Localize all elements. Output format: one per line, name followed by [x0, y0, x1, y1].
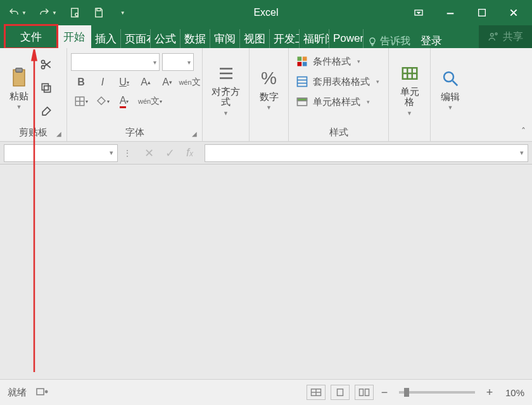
- redo-button[interactable]: ▼: [38, 6, 57, 19]
- zoom-level[interactable]: 10%: [505, 387, 524, 398]
- cells-button[interactable]: 单元格 ▼: [393, 52, 426, 125]
- ribbon-display-button[interactable]: [412, 6, 426, 20]
- save-button[interactable]: [92, 6, 105, 19]
- shrink-font-button[interactable]: A▾: [160, 75, 175, 90]
- font-launcher[interactable]: ◢: [192, 130, 197, 137]
- tab-home[interactable]: 开始: [57, 25, 91, 48]
- view-normal-button[interactable]: [307, 385, 326, 400]
- underline-button[interactable]: U▾: [117, 75, 132, 90]
- tab-file[interactable]: 文件: [5, 25, 57, 48]
- borders-button[interactable]: ▾: [73, 94, 89, 109]
- zoom-slider[interactable]: [399, 391, 475, 394]
- svg-point-13: [42, 65, 45, 68]
- macro-record-button[interactable]: [35, 387, 48, 399]
- phonetic-guide-button[interactable]: wén文▾: [138, 94, 162, 109]
- maximize-button[interactable]: [475, 6, 489, 20]
- number-label: 数字: [260, 92, 279, 103]
- share-button[interactable]: 共享: [479, 25, 532, 48]
- undo-button[interactable]: ▼: [8, 6, 27, 19]
- svg-rect-17: [42, 84, 48, 90]
- formula-input[interactable]: ▾: [205, 144, 528, 162]
- svg-rect-16: [44, 86, 51, 92]
- view-page-layout-button[interactable]: [331, 385, 350, 400]
- qat-customize-button[interactable]: ▼: [120, 10, 125, 16]
- phonetic-button[interactable]: wén文: [181, 75, 198, 90]
- macro-icon: [35, 387, 48, 397]
- paste-button[interactable]: 粘贴 ▼: [4, 52, 34, 124]
- collapse-ribbon-button[interactable]: ˄: [521, 126, 526, 136]
- tab-insert[interactable]: 插入: [91, 29, 121, 48]
- tell-me[interactable]: 告诉我: [364, 35, 414, 48]
- grow-font-button[interactable]: A▴: [138, 75, 153, 90]
- svg-rect-44: [337, 389, 343, 396]
- italic-button[interactable]: I: [95, 75, 110, 90]
- table-format-icon: [295, 75, 309, 89]
- insert-function-button[interactable]: fx: [186, 146, 193, 159]
- tab-view[interactable]: 视图: [240, 29, 270, 48]
- title-bar: ▼ ▼ ▼ Excel: [0, 0, 532, 25]
- clipboard-launcher[interactable]: ◢: [56, 130, 61, 137]
- svg-rect-32: [298, 98, 307, 101]
- cancel-formula-button[interactable]: ✕: [144, 146, 154, 160]
- font-size-combo[interactable]: ▾: [162, 53, 194, 71]
- format-painter-button[interactable]: [38, 103, 54, 120]
- format-as-table-button[interactable]: 套用表格格式▾: [293, 72, 384, 91]
- editing-button[interactable]: 编辑 ▼: [435, 52, 466, 125]
- svg-rect-26: [298, 62, 302, 66]
- alignment-label: 对齐方式: [210, 87, 241, 108]
- font-color-button[interactable]: A▾: [117, 94, 132, 109]
- share-label: 共享: [503, 30, 523, 44]
- worksheet-area[interactable]: [0, 165, 532, 379]
- conditional-format-button[interactable]: 条件格式▾: [293, 52, 384, 71]
- status-ready: 就绪: [8, 387, 27, 399]
- font-group-label: 字体◢: [71, 124, 198, 140]
- tab-developer[interactable]: 开发工: [270, 29, 300, 48]
- cell-styles-icon: [295, 95, 309, 109]
- svg-rect-45: [359, 389, 363, 396]
- tab-review[interactable]: 审阅: [210, 29, 240, 48]
- font-name-combo[interactable]: ▾: [71, 53, 160, 71]
- close-button[interactable]: [507, 6, 521, 20]
- borders-icon: [74, 96, 86, 107]
- bold-button[interactable]: B: [73, 75, 89, 90]
- group-alignment: 对齐方式 ▼: [203, 48, 250, 141]
- alignment-button[interactable]: 对齐方式 ▼: [206, 52, 245, 125]
- svg-rect-25: [303, 57, 307, 61]
- svg-rect-46: [365, 389, 369, 396]
- svg-point-1: [75, 13, 79, 16]
- print-preview-button[interactable]: [68, 6, 81, 19]
- tab-data[interactable]: 数据: [180, 29, 210, 48]
- zoom-in-button[interactable]: +: [484, 386, 495, 399]
- undo-icon: [8, 6, 20, 19]
- minimize-button[interactable]: [443, 6, 457, 20]
- window-controls: [412, 6, 532, 20]
- app-title: Excel: [253, 7, 278, 18]
- tab-foxit[interactable]: 福昕阅: [300, 29, 329, 48]
- lightbulb-icon: [367, 37, 377, 47]
- tab-power[interactable]: Power: [329, 29, 364, 48]
- cell-styles-button[interactable]: 单元格样式▾: [293, 92, 384, 111]
- view-page-break-button[interactable]: [355, 385, 374, 400]
- copy-button[interactable]: [38, 80, 54, 96]
- tell-me-label: 告诉我: [380, 35, 410, 48]
- number-format-button[interactable]: % 数字 ▼: [254, 52, 284, 125]
- svg-rect-28: [298, 77, 307, 87]
- cell-styles-label: 单元格样式: [313, 96, 360, 108]
- tab-formulas[interactable]: 公式: [151, 29, 180, 48]
- svg-point-12: [42, 60, 45, 63]
- login-button[interactable]: 登录: [414, 34, 448, 48]
- svg-rect-27: [303, 62, 307, 66]
- name-box[interactable]: ▾: [4, 144, 118, 162]
- cut-button[interactable]: [38, 56, 54, 73]
- fill-color-button[interactable]: ▾: [95, 94, 110, 109]
- percent-icon: %: [258, 66, 281, 90]
- zoom-out-button[interactable]: −: [379, 386, 390, 399]
- enter-formula-button[interactable]: ✓: [165, 146, 175, 160]
- tab-page-layout[interactable]: 页面布: [121, 29, 151, 48]
- cond-format-label: 条件格式: [313, 56, 351, 68]
- svg-rect-11: [16, 68, 22, 72]
- formula-bar-splitter[interactable]: ⋮: [123, 148, 133, 158]
- svg-point-8: [491, 34, 494, 37]
- copy-icon: [40, 82, 53, 94]
- page-icon: [334, 388, 346, 397]
